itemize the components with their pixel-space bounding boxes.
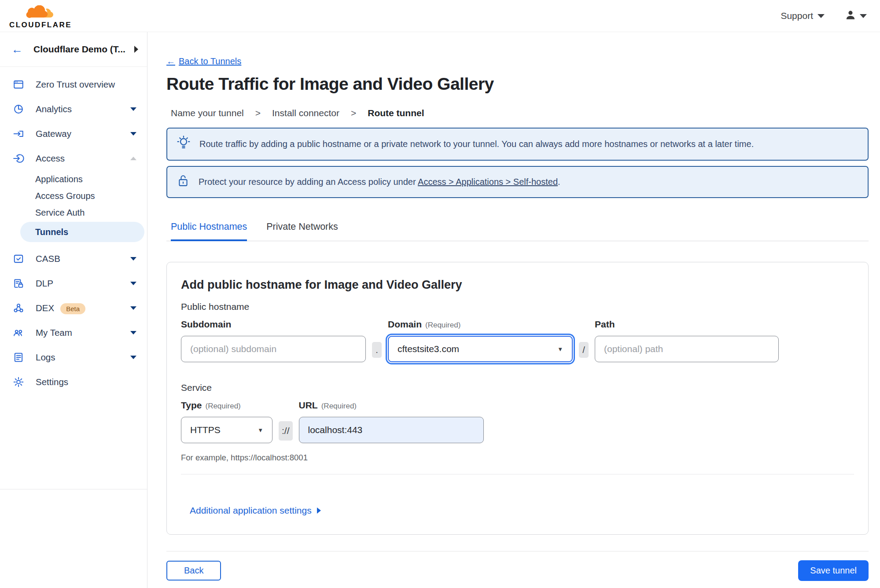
subdomain-label: Subdomain bbox=[181, 319, 366, 330]
sidebar-item-access[interactable]: Access bbox=[0, 146, 147, 171]
sidebar-item-label: DLP bbox=[36, 278, 130, 289]
required-hint: (Required) bbox=[321, 402, 357, 410]
chevron-down-icon[interactable] bbox=[130, 257, 136, 261]
sidebar-item-logs[interactable]: Logs bbox=[0, 345, 147, 370]
sidebar-item-casb[interactable]: CASB bbox=[0, 246, 147, 271]
banner-text: Route traffic by adding a public hostnam… bbox=[199, 139, 754, 149]
sidebar: ← Cloudflare Demo (T... Zero Trust overv… bbox=[0, 32, 147, 588]
additional-settings-toggle[interactable]: Additional application settings bbox=[190, 505, 321, 516]
info-banner-access-policy: Protect your resource by adding an Acces… bbox=[166, 166, 869, 198]
account-switcher[interactable]: ← Cloudflare Demo (T... bbox=[0, 32, 147, 67]
page-title: Route Traffic for Image and Video Galler… bbox=[166, 74, 869, 94]
save-tunnel-button[interactable]: Save tunnel bbox=[798, 560, 869, 581]
sidebar-item-label: Gateway bbox=[36, 129, 130, 139]
sidebar-item-zero-trust-overview[interactable]: Zero Trust overview bbox=[0, 72, 147, 97]
sidebar-item-dlp[interactable]: DLP bbox=[0, 271, 147, 296]
main-content: ← Back to Tunnels Route Traffic for Imag… bbox=[147, 32, 880, 588]
service-section-label: Service bbox=[181, 382, 854, 393]
service-type-value: HTTPS bbox=[190, 425, 221, 435]
subdomain-input[interactable] bbox=[181, 336, 366, 362]
analytics-icon bbox=[12, 103, 24, 115]
back-button[interactable]: Back bbox=[166, 561, 221, 581]
url-label: URL bbox=[299, 400, 318, 410]
lightbulb-icon bbox=[177, 136, 190, 153]
domain-select-value: cftestsite3.com bbox=[398, 344, 459, 354]
sidebar-item-my-team[interactable]: My Team bbox=[0, 320, 147, 345]
beta-badge: Beta bbox=[60, 303, 85, 314]
user-avatar-icon bbox=[845, 9, 856, 22]
logs-icon bbox=[12, 352, 24, 364]
sidebar-item-access-groups[interactable]: Access Groups bbox=[0, 187, 147, 204]
breadcrumb-separator: > bbox=[255, 108, 261, 118]
service-url-input[interactable] bbox=[299, 417, 484, 443]
chevron-down-icon[interactable] bbox=[130, 331, 136, 334]
required-hint: (Required) bbox=[425, 321, 460, 329]
chevron-up-icon[interactable] bbox=[130, 157, 136, 160]
path-input[interactable] bbox=[595, 336, 779, 362]
sidebar-item-settings[interactable]: Settings bbox=[0, 370, 147, 394]
chevron-down-icon[interactable] bbox=[130, 107, 136, 111]
public-hostname-card: Add public hostname for Image and Video … bbox=[166, 262, 869, 535]
sidebar-item-label: Logs bbox=[36, 352, 130, 363]
service-type-select[interactable]: HTTPS ▼ bbox=[181, 417, 272, 443]
casb-icon bbox=[12, 253, 24, 265]
dex-icon bbox=[12, 302, 24, 314]
gear-icon bbox=[12, 376, 24, 388]
back-arrow-icon[interactable]: ← bbox=[11, 44, 23, 55]
scheme-separator: :// bbox=[279, 421, 293, 441]
back-link-label: Back to Tunnels bbox=[179, 56, 241, 66]
sidebar-item-tunnels[interactable]: Tunnels bbox=[20, 222, 144, 242]
url-example-text: For example, https://localhost:8001 bbox=[181, 453, 854, 463]
sidebar-item-label: Settings bbox=[36, 377, 136, 387]
user-menu[interactable] bbox=[845, 9, 867, 22]
info-banner-route-traffic: Route traffic by adding a public hostnam… bbox=[166, 128, 869, 161]
caret-down-icon: ▼ bbox=[557, 346, 563, 353]
path-label: Path bbox=[595, 319, 779, 330]
support-menu[interactable]: Support bbox=[781, 11, 825, 21]
chevron-down-icon bbox=[860, 14, 867, 18]
lock-icon bbox=[177, 174, 189, 190]
banner-text: Protect your resource by adding an Acces… bbox=[199, 177, 560, 187]
sidebar-item-analytics[interactable]: Analytics bbox=[0, 97, 147, 121]
card-divider bbox=[181, 474, 854, 474]
tab-bar: Public Hostnames Private Networks bbox=[166, 221, 869, 241]
sidebar-nav: Zero Trust overview Analytics Gateway bbox=[0, 67, 147, 489]
account-name: Cloudflare Demo (T... bbox=[33, 44, 134, 55]
sidebar-item-applications[interactable]: Applications bbox=[0, 171, 147, 187]
step-install-connector[interactable]: Install connector bbox=[272, 108, 339, 118]
domain-select[interactable]: cftestsite3.com ▼ bbox=[388, 336, 573, 362]
type-label: Type bbox=[181, 400, 202, 410]
sidebar-item-label: Tunnels bbox=[35, 227, 68, 237]
additional-settings-label: Additional application settings bbox=[190, 505, 312, 516]
sidebar-item-label: Service Auth bbox=[35, 208, 85, 218]
step-route-tunnel: Route tunnel bbox=[368, 108, 424, 118]
support-label: Support bbox=[781, 11, 813, 21]
sidebar-item-label: Access bbox=[36, 153, 130, 164]
footer-actions: Back Save tunnel bbox=[166, 560, 869, 581]
sidebar-item-label: Access Groups bbox=[35, 191, 95, 201]
sidebar-divider bbox=[0, 489, 147, 489]
sidebar-item-label: Zero Trust overview bbox=[36, 79, 136, 90]
chevron-down-icon[interactable] bbox=[130, 356, 136, 359]
sidebar-item-gateway[interactable]: Gateway bbox=[0, 121, 147, 146]
chevron-down-icon[interactable] bbox=[130, 132, 136, 136]
chevron-down-icon[interactable] bbox=[130, 306, 136, 310]
cloudflare-wordmark: CLOUDFLARE bbox=[9, 21, 72, 29]
breadcrumb: Name your tunnel > Install connector > R… bbox=[166, 108, 869, 118]
public-hostname-section-label: Public hostname bbox=[181, 301, 854, 312]
sidebar-item-dex[interactable]: DEXBeta bbox=[0, 296, 147, 320]
tab-private-networks[interactable]: Private Networks bbox=[266, 221, 338, 241]
sidebar-item-service-auth[interactable]: Service Auth bbox=[0, 204, 147, 221]
chevron-down-icon[interactable] bbox=[130, 282, 136, 285]
sidebar-item-label: CASB bbox=[36, 254, 130, 264]
caret-down-icon: ▼ bbox=[258, 427, 263, 434]
chevron-down-icon bbox=[817, 14, 825, 18]
gateway-icon bbox=[12, 128, 24, 140]
chevron-right-icon[interactable] bbox=[134, 46, 138, 53]
back-to-tunnels-link[interactable]: ← Back to Tunnels bbox=[166, 56, 241, 66]
access-applications-link[interactable]: Access > Applications > Self-hosted bbox=[418, 177, 558, 187]
cloudflare-logo: CLOUDFLARE bbox=[7, 3, 74, 29]
tab-public-hostnames[interactable]: Public Hostnames bbox=[171, 221, 247, 241]
step-name-your-tunnel[interactable]: Name your tunnel bbox=[171, 108, 244, 118]
overview-icon bbox=[12, 79, 24, 91]
